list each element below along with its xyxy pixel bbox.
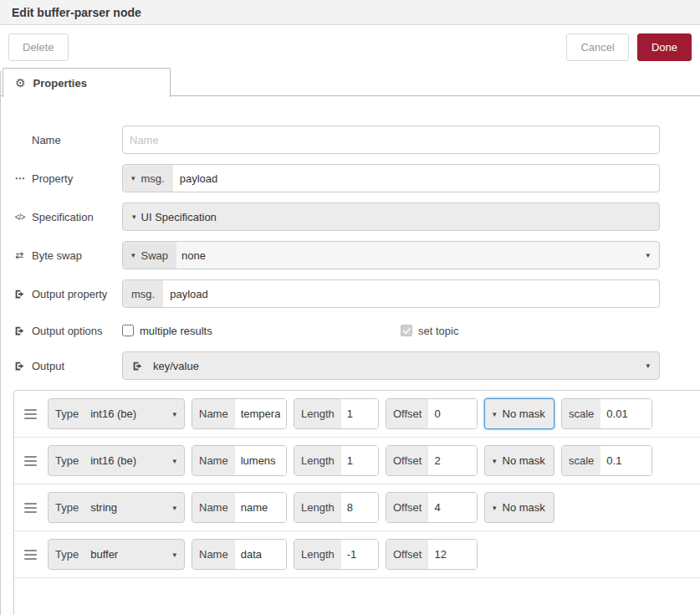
sign-out-icon bbox=[13, 325, 27, 336]
chevron-down-icon: ▾ bbox=[172, 410, 184, 418]
chevron-down-icon: ▾ bbox=[646, 361, 659, 370]
form-row-property: ⋯ Property ▾ msg. bbox=[13, 164, 700, 192]
item-mask-label: No mask bbox=[503, 454, 545, 467]
item-type-value: string bbox=[85, 501, 172, 514]
drag-handle-icon[interactable] bbox=[24, 503, 41, 513]
output-select[interactable]: key/value ▾ bbox=[122, 351, 660, 380]
item-offset-label: Offset bbox=[386, 540, 428, 569]
item-length-label: Length bbox=[294, 493, 341, 522]
item-length-input[interactable] bbox=[341, 399, 378, 428]
item-type-select[interactable]: Typebuffer▾ bbox=[48, 539, 185, 570]
item-mask-label: No mask bbox=[503, 407, 545, 420]
item-name-field: Name bbox=[192, 539, 287, 570]
specification-label: Specification bbox=[32, 211, 94, 223]
item-offset-input[interactable] bbox=[428, 399, 477, 428]
item-offset-field: Offset bbox=[386, 445, 478, 476]
output-property-label-group: Output property bbox=[13, 288, 122, 300]
name-label-group: Name bbox=[13, 134, 122, 146]
properties-panel: Name ⋯ Property ▾ msg. </> Specification… bbox=[0, 96, 700, 615]
item-type-select[interactable]: Typeint16 (be)▾ bbox=[48, 445, 185, 476]
byteswap-value: none bbox=[176, 249, 211, 262]
parse-item-row: Typeint16 (be)▾NameLengthOffset▾No masks… bbox=[14, 391, 700, 438]
tab-properties-label: Properties bbox=[33, 77, 87, 90]
tab-bar: ⚙ Properties bbox=[0, 71, 700, 96]
item-offset-input[interactable] bbox=[428, 446, 477, 475]
item-name-input[interactable] bbox=[235, 540, 286, 569]
item-offset-field: Offset bbox=[386, 492, 478, 523]
item-scale-input[interactable] bbox=[600, 399, 651, 428]
drag-handle-icon[interactable] bbox=[24, 456, 41, 466]
multiple-results-checkbox[interactable] bbox=[122, 325, 134, 336]
tab-properties[interactable]: ⚙ Properties bbox=[3, 68, 171, 97]
parse-item-row: Typebuffer▾NameLengthOffset bbox=[14, 531, 700, 578]
output-value: key/value bbox=[143, 360, 204, 372]
item-length-input[interactable] bbox=[341, 446, 378, 475]
chevron-down-icon: ▾ bbox=[123, 213, 136, 221]
item-type-select[interactable]: Typestring▾ bbox=[48, 492, 185, 523]
byteswap-label-group: ⇄ Byte swap bbox=[13, 249, 122, 262]
item-offset-input[interactable] bbox=[428, 493, 477, 522]
item-name-label: Name bbox=[192, 446, 235, 475]
output-property-label: Output property bbox=[32, 288, 107, 300]
item-name-field: Name bbox=[192, 445, 287, 476]
item-name-input[interactable] bbox=[235, 446, 286, 475]
set-topic-label: set topic bbox=[418, 325, 458, 337]
name-label: Name bbox=[32, 134, 61, 146]
byteswap-type-button[interactable]: ▾ Swap bbox=[123, 242, 176, 269]
property-input[interactable] bbox=[173, 165, 659, 192]
item-scale-field: scale bbox=[561, 398, 652, 429]
item-type-value: int16 (be) bbox=[85, 454, 172, 467]
item-length-input[interactable] bbox=[341, 493, 378, 522]
chevron-down-icon: ▾ bbox=[131, 251, 135, 259]
chevron-down-icon: ▾ bbox=[172, 504, 184, 512]
gear-icon: ⚙ bbox=[15, 76, 26, 90]
delete-button[interactable]: Delete bbox=[8, 33, 69, 61]
sign-out-icon bbox=[13, 361, 27, 372]
code-icon: </> bbox=[13, 213, 27, 222]
parse-items-list: Typeint16 (be)▾NameLengthOffset▾No masks… bbox=[13, 390, 700, 615]
output-label-group: Output bbox=[13, 360, 122, 372]
byteswap-type-label: Swap bbox=[141, 249, 169, 262]
drag-handle-icon[interactable] bbox=[24, 550, 41, 560]
item-mask-button[interactable]: ▾No mask bbox=[484, 492, 554, 523]
sign-out-icon bbox=[123, 361, 143, 372]
output-property-input[interactable] bbox=[163, 280, 659, 307]
item-type-label: Type bbox=[49, 540, 85, 569]
byteswap-select[interactable]: ▾ Swap none ▾ bbox=[122, 241, 660, 269]
drag-handle-icon[interactable] bbox=[24, 409, 41, 419]
done-button[interactable]: Done bbox=[637, 33, 692, 61]
chevron-down-icon: ▾ bbox=[172, 457, 184, 465]
cancel-button[interactable]: Cancel bbox=[566, 33, 628, 61]
item-mask-label: No mask bbox=[503, 501, 545, 514]
item-type-label: Type bbox=[49, 446, 85, 475]
item-type-value: int16 (be) bbox=[85, 407, 172, 420]
item-mask-button[interactable]: ▾No mask bbox=[484, 398, 554, 429]
set-topic-option: set topic bbox=[401, 325, 679, 337]
item-length-input[interactable] bbox=[341, 540, 378, 569]
dialog-title: Edit buffer-parser node bbox=[12, 6, 141, 19]
item-mask-button[interactable]: ▾No mask bbox=[484, 445, 554, 476]
item-name-label: Name bbox=[192, 493, 235, 522]
output-property-field: msg. bbox=[122, 279, 660, 308]
specification-select[interactable]: ▾ UI Specification bbox=[122, 202, 660, 231]
chevron-down-icon: ▾ bbox=[646, 251, 659, 259]
parse-item-row: Typeint16 (be)▾NameLengthOffset▾No masks… bbox=[14, 438, 700, 484]
output-property-prefix: msg. bbox=[123, 280, 163, 307]
item-scale-input[interactable] bbox=[600, 446, 651, 475]
multiple-results-option: multiple results bbox=[122, 325, 401, 337]
item-offset-input[interactable] bbox=[428, 540, 477, 569]
name-input[interactable] bbox=[123, 126, 659, 153]
property-type-button[interactable]: ▾ msg. bbox=[123, 165, 173, 192]
item-scale-field: scale bbox=[561, 445, 652, 476]
specification-label-group: </> Specification bbox=[13, 211, 122, 223]
form-row-output-options: Output options multiple results set topi… bbox=[13, 318, 700, 343]
item-name-input[interactable] bbox=[235, 493, 286, 522]
item-type-select[interactable]: Typeint16 (be)▾ bbox=[48, 398, 185, 429]
specification-value: UI Specification bbox=[136, 211, 222, 223]
form-row-output-property: Output property msg. bbox=[13, 279, 700, 308]
swap-icon: ⇄ bbox=[13, 249, 27, 261]
multiple-results-label: multiple results bbox=[140, 325, 212, 337]
item-name-input[interactable] bbox=[235, 399, 286, 428]
item-length-label: Length bbox=[294, 540, 341, 569]
item-offset-field: Offset bbox=[386, 539, 478, 570]
